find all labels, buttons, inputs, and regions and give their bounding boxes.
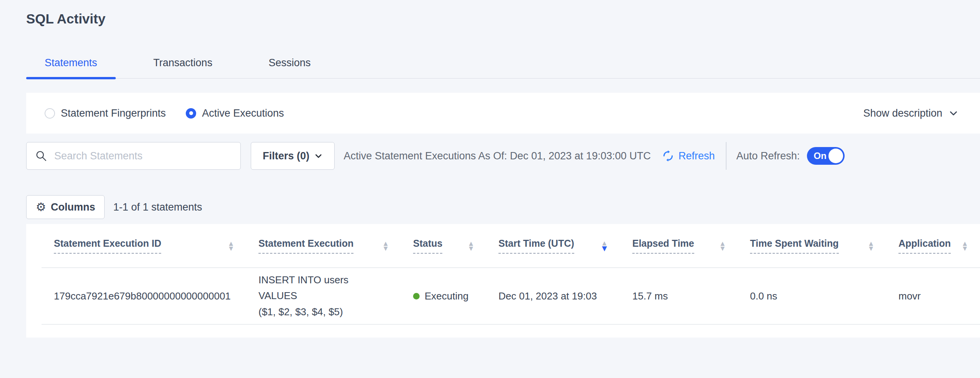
sort-icon: ▲▼: [383, 241, 388, 251]
table-row[interactable]: 179cca7921e679b80000000000000001 INSERT …: [42, 268, 980, 324]
auto-refresh-toggle[interactable]: On: [807, 147, 845, 165]
sort-icon: ▲▼: [869, 241, 873, 251]
sql-line-2: ($1, $2, $3, $4, $5): [258, 304, 388, 320]
sort-icon-active-desc: ▲▼: [602, 241, 607, 251]
chevron-down-icon: [948, 108, 958, 118]
filters-label: Filters (0): [263, 150, 310, 162]
radio-checked-icon: [186, 108, 196, 119]
refresh-label: Refresh: [678, 150, 715, 162]
search-icon: [35, 150, 47, 162]
cell-statement-execution: INSERT INTO users VALUES ($1, $2, $3, $4…: [246, 272, 401, 320]
gear-icon: ⚙: [36, 201, 46, 213]
columns-label: Columns: [51, 201, 95, 213]
sort-icon: ▲▼: [963, 241, 967, 251]
column-header-time-spent-waiting[interactable]: Time Spent Waiting ▲▼: [738, 238, 886, 254]
statements-table: Statement Execution ID ▲▼ Statement Exec…: [26, 224, 980, 338]
cell-application: movr: [886, 290, 980, 302]
refresh-button[interactable]: Refresh: [662, 149, 715, 162]
auto-refresh-label: Auto Refresh:: [737, 150, 800, 162]
column-header-start-time[interactable]: Start Time (UTC) ▲▼: [486, 238, 620, 254]
cell-status: Executing: [401, 290, 486, 302]
tab-sessions[interactable]: Sessions: [250, 57, 329, 78]
radio-unchecked-icon: [45, 108, 55, 119]
column-header-application[interactable]: Application ▲▼: [886, 238, 980, 254]
cell-start-time: Dec 01, 2023 at 19:03: [486, 290, 620, 302]
column-header-status[interactable]: Status ▲▼: [401, 238, 486, 254]
page-title: SQL Activity: [26, 11, 980, 27]
chevron-down-icon: [314, 152, 323, 160]
sort-icon: ▲▼: [469, 241, 473, 251]
filter-row: Filters (0) Active Statement Executions …: [26, 142, 980, 170]
show-description-label: Show description: [863, 107, 942, 119]
table-toolbar: ⚙ Columns 1-1 of 1 statements: [26, 195, 980, 219]
search-input[interactable]: [53, 150, 232, 162]
vertical-divider: [726, 142, 727, 170]
radio-label: Statement Fingerprints: [61, 107, 166, 119]
column-header-statement-execution[interactable]: Statement Execution ▲▼: [246, 238, 401, 254]
sort-icon: ▲▼: [720, 241, 725, 251]
tab-statements[interactable]: Statements: [26, 57, 116, 78]
table-header-row: Statement Execution ID ▲▼ Statement Exec…: [42, 224, 980, 268]
status-label: Executing: [425, 290, 468, 302]
cell-elapsed-time: 15.7 ms: [620, 290, 738, 302]
radio-active-executions[interactable]: Active Executions: [186, 107, 284, 119]
filters-button[interactable]: Filters (0): [251, 142, 335, 170]
refresh-icon: [662, 149, 675, 162]
tab-transactions[interactable]: Transactions: [135, 57, 231, 78]
view-mode-card: Statement Fingerprints Active Executions…: [26, 93, 980, 134]
column-header-elapsed-time[interactable]: Elapsed Time ▲▼: [620, 238, 738, 254]
radio-statement-fingerprints[interactable]: Statement Fingerprints: [45, 107, 166, 119]
toggle-state-label: On: [814, 151, 827, 161]
columns-button[interactable]: ⚙ Columns: [26, 195, 105, 219]
toggle-knob: [828, 149, 843, 163]
tab-bar: Statements Transactions Sessions: [26, 57, 980, 79]
cell-statement-execution-id: 179cca7921e679b80000000000000001: [42, 290, 246, 302]
search-box[interactable]: [26, 142, 241, 170]
sql-activity-page: SQL Activity Statements Transactions Ses…: [0, 11, 980, 378]
cell-time-spent-waiting: 0.0 ns: [738, 290, 886, 302]
show-description-button[interactable]: Show description: [863, 107, 958, 119]
sql-line-1: INSERT INTO users VALUES: [258, 272, 388, 304]
radio-label: Active Executions: [202, 107, 284, 119]
sort-icon: ▲▼: [229, 241, 233, 251]
column-header-statement-execution-id[interactable]: Statement Execution ID ▲▼: [42, 238, 246, 254]
result-count: 1-1 of 1 statements: [113, 201, 202, 213]
status-dot-icon: [413, 293, 420, 299]
as-of-text: Active Statement Executions As Of: Dec 0…: [344, 150, 651, 162]
view-mode-radio-group: Statement Fingerprints Active Executions: [45, 107, 304, 119]
